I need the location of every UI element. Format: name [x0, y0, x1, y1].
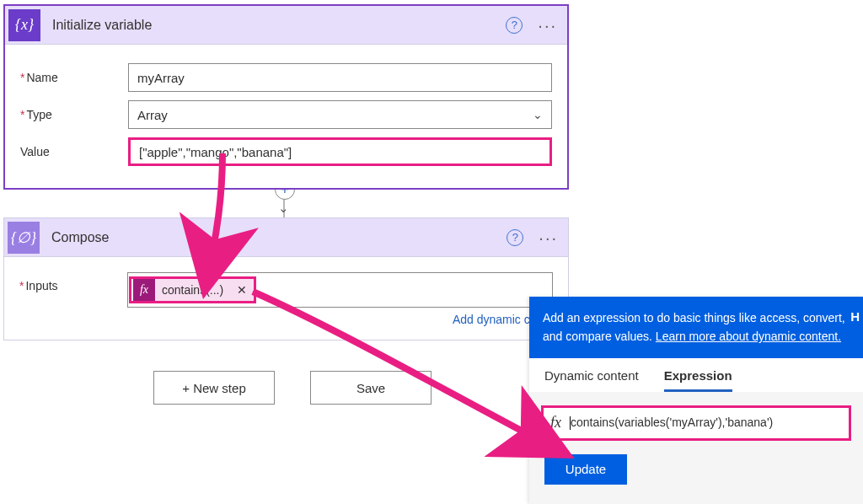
truncated-text: H: [850, 309, 860, 324]
learn-more-link[interactable]: Learn more about dynamic content.: [656, 330, 841, 343]
new-step-button[interactable]: + New step: [153, 371, 275, 405]
token-label: contains(...): [155, 283, 230, 297]
chevron-down-icon: ⌄: [278, 201, 289, 216]
expression-tabs: Dynamic content Expression: [529, 358, 863, 392]
card-header[interactable]: {x} Initialize variable ? ···: [5, 6, 567, 45]
help-icon[interactable]: ?: [507, 229, 523, 246]
name-input[interactable]: myArray: [128, 63, 552, 92]
card-compose: {∅} Compose ? ··· *Inputs fx contains(..…: [3, 217, 569, 340]
chevron-down-icon: ⌄: [533, 108, 543, 121]
card-title: Initialize variable: [52, 18, 152, 33]
more-menu-button[interactable]: ···: [539, 233, 558, 242]
inputs-field[interactable]: fx contains(...) ✕: [127, 272, 553, 308]
name-label: *Name: [20, 71, 128, 84]
type-select[interactable]: Array ⌄: [128, 100, 552, 129]
update-button[interactable]: Update: [544, 454, 627, 485]
card-initialize-variable: {x} Initialize variable ? ··· *Name myAr…: [3, 4, 569, 190]
value-input[interactable]: ["apple","mango","banana"]: [128, 137, 552, 166]
card-title: Compose: [51, 230, 109, 245]
expression-input[interactable]: fx contains(variables('myArray'),'banana…: [541, 405, 851, 441]
footer-buttons: + New step Save: [153, 371, 432, 405]
expression-text: contains(variables('myArray'),'banana'): [570, 416, 849, 430]
expression-token[interactable]: fx contains(...) ✕: [133, 279, 254, 301]
fx-icon: fx: [133, 279, 155, 301]
tab-expression[interactable]: Expression: [664, 368, 732, 392]
fx-icon: fx: [544, 414, 570, 432]
tab-dynamic-content[interactable]: Dynamic content: [544, 368, 639, 392]
card-header[interactable]: {∅} Compose ? ···: [4, 218, 568, 257]
more-menu-button[interactable]: ···: [538, 21, 557, 29]
value-label: Value: [20, 145, 128, 158]
inputs-label: *Inputs: [19, 272, 127, 292]
add-dynamic-content-link[interactable]: Add dynamic conte: [19, 313, 553, 326]
compose-icon: {∅}: [8, 222, 40, 254]
token-remove-button[interactable]: ✕: [230, 283, 254, 297]
expression-help-text: Add an expression to do basic things lik…: [529, 297, 863, 358]
help-icon[interactable]: ?: [506, 17, 523, 34]
annotation-highlight: fx contains(...) ✕: [129, 276, 256, 303]
save-button[interactable]: Save: [310, 371, 432, 405]
expression-panel: Add an expression to do basic things lik…: [529, 297, 863, 504]
type-label: *Type: [20, 108, 128, 121]
variable-icon: {x}: [8, 9, 40, 41]
